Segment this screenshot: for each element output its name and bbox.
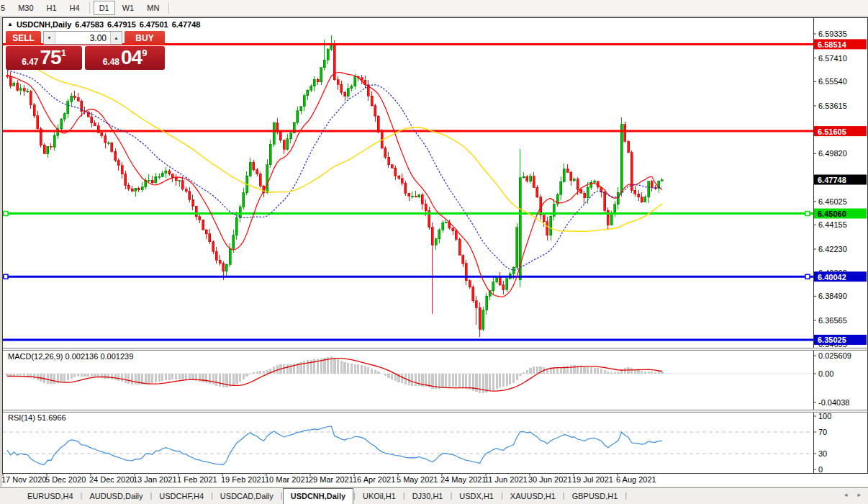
sell-price-button[interactable]: 6.47 75 1: [6, 46, 82, 70]
svg-text:0: 0: [818, 465, 823, 474]
svg-text:29 Mar 2021: 29 Mar 2021: [309, 475, 353, 484]
ohlc-high: 6.47915: [107, 20, 136, 29]
svg-text:10 Mar 2021: 10 Mar 2021: [265, 475, 309, 484]
svg-text:24 Dec 2020: 24 Dec 2020: [89, 475, 134, 484]
buy-price-sup: 9: [142, 48, 147, 58]
sell-price-small: 6.47: [22, 57, 40, 70]
chart-tab-bar: EURUSD,H4|AUDUSD,Daily|USDCHF,H4|USDCAD,…: [0, 487, 868, 504]
svg-text:24 May 2021: 24 May 2021: [440, 475, 487, 484]
hline-handle[interactable]: [4, 274, 8, 279]
tab-usdchf-h4[interactable]: USDCHF,H4: [152, 488, 211, 504]
toolbar-separator: [168, 2, 169, 14]
svg-text:19 Jul 2021: 19 Jul 2021: [572, 475, 613, 484]
volume-input[interactable]: 3.00: [55, 32, 110, 44]
tab-gbpusd-h1[interactable]: GBPUSD,H1: [565, 488, 625, 504]
svg-text:6.44155: 6.44155: [818, 220, 847, 229]
svg-text:16 Apr 2021: 16 Apr 2021: [353, 475, 395, 484]
svg-text:6.58514: 6.58514: [818, 40, 847, 49]
timeframe-button-h4[interactable]: H4: [64, 1, 86, 15]
tab-ukoil-h1[interactable]: UKOil,H1: [356, 488, 403, 504]
timeframe-button-d1[interactable]: D1: [94, 1, 115, 15]
svg-text:6.38490: 6.38490: [818, 292, 847, 300]
timeframe-button-w1[interactable]: W1: [117, 1, 140, 15]
timeframe-toolbar: 5M30H1H4D1W1MN: [0, 0, 868, 17]
timeframe-button-5[interactable]: 5: [0, 1, 11, 15]
date-axis[interactable]: 17 Nov 20205 Dec 202024 Dec 202013 Jan 2…: [2, 473, 656, 484]
svg-text:1 Feb 2021: 1 Feb 2021: [177, 475, 217, 484]
tab-separator: |: [625, 488, 627, 504]
svg-text:0.025609: 0.025609: [818, 351, 851, 360]
svg-text:6.55540: 6.55540: [818, 77, 847, 86]
svg-text:13 Jan 2021: 13 Jan 2021: [133, 475, 177, 484]
svg-text:6.59335: 6.59335: [818, 30, 847, 38]
chart-symbol-icon: ▲: [7, 22, 13, 27]
buy-price-big: 04: [121, 46, 142, 70]
svg-text:6.42230: 6.42230: [818, 245, 847, 253]
tab-scroll-arrows: ◂ ▸: [844, 491, 861, 498]
chart-symbol-period: USDCNH,Daily: [17, 20, 71, 29]
tab-eurusd-h4[interactable]: EURUSD,H4: [20, 488, 81, 504]
svg-text:6.40042: 6.40042: [818, 273, 846, 282]
volume-spinner: ▼ 3.00 ▲: [43, 31, 122, 45]
toolbar-separator: [89, 2, 90, 14]
tab-usdcad-daily[interactable]: USDCAD,Daily: [213, 488, 281, 504]
timeframe-button-mn[interactable]: MN: [141, 1, 165, 15]
svg-text:6.49820: 6.49820: [818, 149, 847, 158]
sell-button[interactable]: SELL: [6, 31, 41, 45]
ohlc-low: 6.47501: [140, 20, 168, 29]
tab-audusd-daily[interactable]: AUDUSD,Daily: [82, 488, 150, 504]
svg-text:6.57410: 6.57410: [818, 54, 847, 63]
volume-decrease-icon[interactable]: ▼: [44, 32, 55, 44]
one-click-trading-widget: SELL ▼ 3.00 ▲ BUY 6.47 75 1 6.48 04 9: [6, 31, 165, 70]
ohlc-open: 6.47583: [75, 20, 104, 29]
ohlc-close: 6.47748: [172, 20, 201, 29]
hline-handle[interactable]: [805, 212, 810, 216]
mt4-terminal: { "toolbar":{"items":["5","M30","H1","H4…: [0, 0, 868, 504]
svg-text:0.00: 0.00: [818, 369, 833, 378]
tab-usdx-h1[interactable]: USDX,H1: [452, 488, 501, 504]
svg-text:6 Aug 2021: 6 Aug 2021: [616, 475, 656, 484]
buy-price-button[interactable]: 6.48 04 9: [85, 46, 165, 70]
svg-text:30 Jun 2021: 30 Jun 2021: [528, 475, 572, 484]
price-chart[interactable]: 6.593356.574106.555406.536156.498206.478…: [2, 17, 868, 487]
sell-price-sup: 1: [61, 48, 66, 58]
hline-handle[interactable]: [805, 274, 810, 279]
rsi-label: RSI(14) 51.6966: [8, 413, 66, 422]
tab-scroll-left-icon[interactable]: ◂: [844, 491, 848, 498]
svg-text:6.35025: 6.35025: [818, 336, 846, 344]
svg-text:-0.04038: -0.04038: [818, 398, 849, 407]
chart-header: ▲ USDCNH,Daily 6.47583 6.47915 6.47501 6…: [7, 20, 200, 29]
svg-text:6.53615: 6.53615: [818, 102, 847, 110]
tab-scroll-right-icon[interactable]: ▸: [857, 491, 861, 498]
tab-usdcnh-daily[interactable]: USDCNH,Daily: [283, 488, 353, 504]
svg-text:70: 70: [818, 428, 827, 436]
svg-text:6.47748: 6.47748: [818, 176, 846, 184]
volume-increase-icon[interactable]: ▲: [110, 32, 122, 44]
chart-window-bg: [2, 17, 868, 474]
svg-text:6.45060: 6.45060: [818, 210, 846, 218]
timeframe-button-m30[interactable]: M30: [12, 1, 39, 15]
macd-label: MACD(12,26,9) 0.002136 0.001239: [8, 352, 133, 361]
svg-text:17 Nov 2020: 17 Nov 2020: [2, 475, 46, 484]
svg-text:11 Jun 2021: 11 Jun 2021: [484, 475, 528, 484]
hline-handle[interactable]: [4, 212, 8, 216]
svg-text:19 Feb 2021: 19 Feb 2021: [221, 475, 266, 484]
timeframe-button-h1[interactable]: H1: [41, 1, 63, 15]
svg-text:30: 30: [818, 449, 827, 458]
svg-text:6.51605: 6.51605: [818, 127, 846, 136]
svg-text:5 Dec 2020: 5 Dec 2020: [45, 475, 86, 484]
svg-text:6.36565: 6.36565: [818, 316, 847, 325]
buy-price-small: 6.48: [103, 57, 121, 70]
buy-button[interactable]: BUY: [125, 31, 165, 45]
svg-text:100: 100: [818, 412, 831, 420]
svg-text:5 May 2021: 5 May 2021: [397, 475, 438, 484]
tab-xauusd-h1[interactable]: XAUUSD,H1: [503, 488, 563, 504]
sell-price-big: 75: [40, 46, 61, 70]
svg-text:6.46025: 6.46025: [818, 197, 847, 206]
tab-dj30-h1[interactable]: DJ30,H1: [405, 488, 451, 504]
